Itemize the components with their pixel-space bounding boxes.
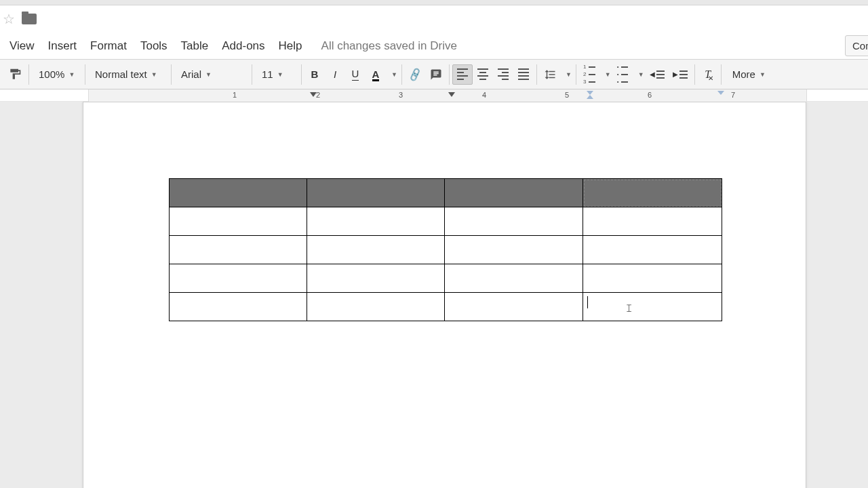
chevron-down-icon: ▼ xyxy=(151,71,157,78)
table-cell[interactable] xyxy=(170,207,307,236)
table-row[interactable] xyxy=(170,236,722,264)
right-indent-marker[interactable] xyxy=(717,91,724,99)
ruler-mark-6: 6 xyxy=(648,91,652,99)
more-label: More xyxy=(732,68,755,80)
paragraph-style-dropdown[interactable]: Normal text ▼ xyxy=(88,64,168,85)
font-size-dropdown[interactable]: 11 ▼ xyxy=(255,64,298,85)
chevron-down-icon: ▼ xyxy=(205,71,212,78)
paragraph-style-value: Normal text xyxy=(95,68,147,80)
ruler-mark-1: 1 xyxy=(233,91,237,99)
bulleted-list-dropdown[interactable]: ▼ xyxy=(633,64,646,85)
align-center-button[interactable] xyxy=(473,64,493,85)
text-cursor-icon xyxy=(587,296,588,308)
menu-table[interactable]: Table xyxy=(174,35,216,57)
table-cell[interactable] xyxy=(170,264,307,293)
decrease-indent-button[interactable]: ◀ xyxy=(646,64,669,85)
table-cell[interactable] xyxy=(444,236,583,264)
table-cell-active[interactable]: 𝙸 xyxy=(583,293,722,321)
table-cell[interactable] xyxy=(444,293,583,321)
ruler-mark-5: 5 xyxy=(565,91,569,99)
numbered-list-dropdown[interactable]: ▼ xyxy=(599,64,612,85)
zoom-dropdown[interactable]: 100% ▼ xyxy=(32,64,82,85)
table-header-cell[interactable] xyxy=(170,179,307,207)
folder-icon[interactable] xyxy=(22,14,37,24)
browser-chrome xyxy=(0,0,868,5)
table-cell[interactable] xyxy=(307,293,444,321)
font-value: Arial xyxy=(181,68,201,80)
table-row[interactable]: 𝙸 xyxy=(170,293,722,321)
italic-button[interactable]: I xyxy=(325,64,345,85)
ruler-mark-7: 7 xyxy=(731,91,735,99)
star-icon[interactable]: ☆ xyxy=(3,11,15,27)
table-cell[interactable] xyxy=(583,236,722,264)
increase-indent-button[interactable]: ▶ xyxy=(669,64,692,85)
table-cell[interactable] xyxy=(307,236,444,264)
line-spacing-dropdown[interactable]: ▼ xyxy=(560,64,573,85)
table-cell[interactable] xyxy=(307,207,444,236)
font-size-value: 11 xyxy=(262,68,273,80)
menu-format[interactable]: Format xyxy=(83,35,134,57)
save-status: All changes saved in Drive xyxy=(321,39,457,53)
table-header-cell[interactable] xyxy=(307,179,444,207)
align-justify-button[interactable] xyxy=(513,64,534,85)
menu-insert[interactable]: Insert xyxy=(41,35,84,57)
paint-format-icon[interactable] xyxy=(4,64,26,85)
ibeam-cursor-icon: 𝙸 xyxy=(625,302,633,314)
line-spacing-button[interactable] xyxy=(540,64,560,85)
toolbar: 100% ▼ Normal text ▼ Arial ▼ 11 ▼ B I U … xyxy=(0,60,868,89)
ruler-mark-3: 3 xyxy=(399,91,403,99)
more-button[interactable]: More ▼ xyxy=(724,64,774,85)
text-color-button[interactable]: A xyxy=(366,64,386,85)
ruler-mark-4: 4 xyxy=(482,91,486,99)
clear-formatting-button[interactable]: T✕ xyxy=(698,64,718,85)
document-table[interactable]: 𝙸 xyxy=(169,178,722,321)
table-row[interactable] xyxy=(170,264,722,293)
table-row[interactable] xyxy=(170,207,722,236)
menu-tools[interactable]: Tools xyxy=(134,35,174,57)
table-cell[interactable] xyxy=(444,264,583,293)
menu-view[interactable]: View xyxy=(3,35,41,57)
workspace[interactable]: 𝙸 xyxy=(0,102,868,488)
bulleted-list-button[interactable]: ••• xyxy=(612,64,633,85)
comments-button[interactable]: Comments xyxy=(845,35,868,56)
ruler-row: 1 2 3 4 5 6 7 xyxy=(0,89,868,102)
font-dropdown[interactable]: Arial ▼ xyxy=(174,64,249,85)
table-cell[interactable] xyxy=(170,236,307,264)
table-header-cell[interactable] xyxy=(583,179,722,207)
insert-comment-button[interactable] xyxy=(426,64,446,85)
align-left-button[interactable] xyxy=(452,64,473,85)
numbered-list-button[interactable]: 123 xyxy=(579,64,599,85)
chevron-down-icon: ▼ xyxy=(638,71,644,78)
chevron-down-icon: ▼ xyxy=(68,71,75,78)
menu-bar: View Insert Format Tools Table Add-ons H… xyxy=(0,33,868,60)
tab-stop-icon[interactable] xyxy=(448,92,455,97)
table-header-cell[interactable] xyxy=(444,179,583,207)
table-cell[interactable] xyxy=(583,264,722,293)
document-page[interactable]: 𝙸 xyxy=(83,102,806,488)
underline-button[interactable]: U xyxy=(345,64,366,85)
text-color-dropdown[interactable]: ▼ xyxy=(386,64,399,85)
bold-button[interactable]: B xyxy=(304,64,325,85)
table-cell[interactable] xyxy=(170,293,307,321)
table-cell[interactable] xyxy=(307,264,444,293)
table-cell[interactable] xyxy=(444,207,583,236)
title-row: ☆ xyxy=(0,5,868,33)
menu-help[interactable]: Help xyxy=(272,35,309,57)
chevron-down-icon: ▼ xyxy=(760,71,766,78)
table-cell[interactable] xyxy=(583,207,722,236)
ruler[interactable]: 1 2 3 4 5 6 7 xyxy=(88,89,807,102)
table-row[interactable] xyxy=(170,179,722,207)
left-indent-marker[interactable] xyxy=(587,91,593,99)
chevron-down-icon: ▼ xyxy=(566,71,572,78)
align-right-button[interactable] xyxy=(493,64,513,85)
chevron-down-icon: ▼ xyxy=(605,71,611,78)
menu-addons[interactable]: Add-ons xyxy=(215,35,271,57)
tab-stop-icon[interactable] xyxy=(310,92,317,97)
insert-link-button[interactable]: 🔗 xyxy=(402,61,429,87)
zoom-value: 100% xyxy=(39,68,64,80)
chevron-down-icon: ▼ xyxy=(391,71,397,78)
chevron-down-icon: ▼ xyxy=(277,71,283,78)
